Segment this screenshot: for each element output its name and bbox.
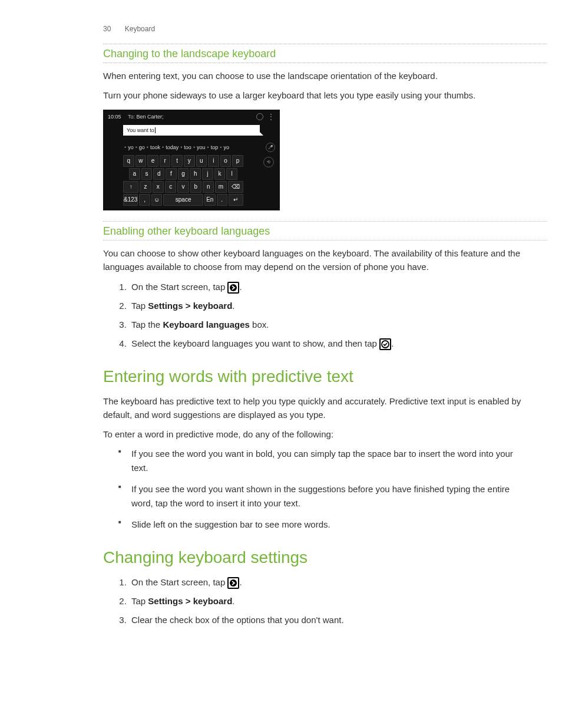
arrow-right-icon — [227, 577, 239, 589]
key: h — [190, 168, 201, 180]
heading-predictive: Entering words with predictive text — [103, 367, 527, 386]
key: l — [226, 168, 237, 180]
section-name: Keyboard — [125, 25, 155, 33]
divider — [103, 44, 547, 44]
key: e — [147, 155, 158, 167]
list-item: Clear the check box of the options that … — [129, 613, 527, 627]
page-number: 30 — [103, 25, 111, 33]
language-key: En — [204, 194, 215, 206]
key: b — [190, 181, 201, 193]
key: i — [208, 155, 219, 167]
check-icon — [379, 338, 391, 350]
svg-point-2 — [230, 579, 237, 587]
key: y — [184, 155, 195, 167]
key: c — [165, 181, 176, 193]
list-item: On the Start screen, tap . — [129, 280, 527, 294]
key: k — [214, 168, 226, 180]
caret-icon — [155, 127, 156, 133]
divider — [103, 240, 547, 241]
subheading-languages: Enabling other keyboard languages — [103, 225, 527, 238]
enter-key: ↵ — [229, 194, 243, 206]
key: g — [178, 168, 189, 180]
emoji-key: ☺ — [151, 194, 162, 206]
keyboard-row: ↑ z x c v b n m ⌫ — [123, 181, 243, 193]
list-item: Tap Settings > keyboard. — [129, 299, 527, 313]
subheading-landscape: Changing to the landscape keyboard — [103, 48, 527, 60]
page-header: 30 Keyboard — [103, 25, 527, 33]
period-key: . — [217, 194, 227, 206]
steps-list: On the Start screen, tap . Tap Settings … — [103, 280, 527, 351]
key: f — [166, 168, 177, 180]
key: q — [123, 155, 134, 167]
key: n — [203, 181, 214, 193]
bullet-list: If you see the word you want in bold, yo… — [103, 447, 527, 532]
keyboard-row: a s d f g h j k l — [123, 168, 243, 180]
key: z — [140, 181, 151, 193]
body-text: The keyboard has predictive text to help… — [103, 394, 527, 422]
phone-message-input: You want to — [123, 125, 260, 136]
phone-statusbar: 10:05 To: Ben Carter; ⋮ — [105, 112, 277, 121]
key: u — [196, 155, 207, 167]
list-item: Slide left on the suggestion bar to see … — [124, 518, 527, 532]
phone-suggestion-bar: •yo •go •took •today •too •you •top •yo … — [105, 141, 277, 154]
list-item: Tap Settings > keyboard. — [129, 594, 527, 608]
divider — [103, 221, 547, 222]
keyboard-row: q w e r t y u i o p — [123, 155, 243, 167]
list-item: If you see the word you want in bold, yo… — [124, 447, 527, 475]
body-text: When entering text, you can choose to us… — [103, 69, 527, 83]
key: d — [153, 168, 164, 180]
keyboard-row: &123 , ☺ space En . ↵ — [123, 194, 243, 206]
arrow-right-icon — [227, 282, 239, 294]
key: s — [141, 168, 153, 180]
heading-settings: Changing keyboard settings — [103, 548, 527, 567]
key: r — [160, 155, 171, 167]
phone-to-field: To: Ben Carter; — [128, 114, 256, 120]
key: j — [202, 168, 213, 180]
rotate-icon: ⟲ — [263, 157, 274, 167]
body-text: You can choose to show other keyboard la… — [103, 246, 527, 274]
key: w — [135, 155, 147, 167]
phone-time: 10:05 — [108, 114, 128, 120]
body-text: To enter a word in predictive mode, do a… — [103, 427, 527, 441]
list-item: Tap the Keyboard languages box. — [129, 318, 527, 332]
key: x — [153, 181, 164, 193]
key: a — [129, 168, 140, 180]
svg-point-0 — [230, 284, 237, 291]
shift-key: ↑ — [123, 181, 138, 193]
symbols-key: &123 — [123, 194, 138, 206]
mic-icon: 🎤 — [266, 143, 275, 152]
key: t — [171, 155, 183, 167]
key: m — [215, 181, 226, 193]
key: o — [220, 155, 232, 167]
more-icon: ⋮ — [267, 115, 275, 118]
backspace-key: ⌫ — [228, 181, 243, 193]
steps-list: On the Start screen, tap . Tap Settings … — [103, 575, 527, 627]
list-item: On the Start screen, tap . — [129, 575, 527, 589]
phone-screenshot: 10:05 To: Ben Carter; ⋮ You want to •yo … — [103, 110, 280, 211]
space-key: space — [163, 194, 203, 206]
divider — [103, 62, 547, 63]
attach-icon — [256, 113, 263, 120]
comma-key: , — [139, 194, 150, 206]
list-item: Select the keyboard languages you want t… — [129, 337, 527, 351]
body-text: Turn your phone sideways to use a larger… — [103, 88, 527, 102]
list-item: If you see the word you want shown in th… — [124, 482, 527, 510]
key: v — [177, 181, 189, 193]
key: p — [232, 155, 243, 167]
